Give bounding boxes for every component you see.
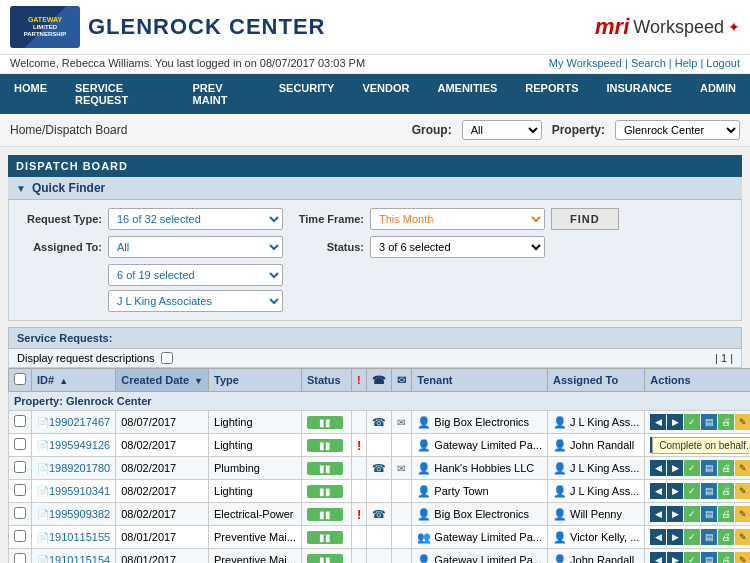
check-action-btn[interactable]: ✓ [684,460,700,476]
col-checkbox[interactable] [9,369,32,392]
prev-action-btn[interactable]: ◀ [650,552,666,563]
check-action-btn[interactable]: ✓ [684,529,700,545]
col-priority-header[interactable]: ! [351,369,366,392]
record-link[interactable]: 1910115154 [49,554,110,563]
col-id-header[interactable]: ID# ▲ [32,369,116,392]
nav-prev-maint[interactable]: PREV MAINT [179,74,265,114]
time-frame-select[interactable]: This Month [370,208,545,230]
edit-action-btn[interactable]: ✎ [735,552,750,563]
print-action-btn[interactable]: 🖨 [718,529,734,545]
next-action-btn[interactable]: ▶ [667,506,683,522]
record-link[interactable]: 1910115155 [49,531,110,543]
record-link[interactable]: 1995910341 [49,485,110,497]
nav-amenities[interactable]: AMENITIES [423,74,511,114]
col-date-header[interactable]: Created Date ▼ [116,369,209,392]
view-action-btn[interactable]: ▤ [701,529,717,545]
row-checkbox-cell[interactable] [9,411,32,434]
prev-action-btn[interactable]: ◀ [650,529,666,545]
logout-link[interactable]: Logout [706,57,740,69]
nav-home[interactable]: HOME [0,74,61,114]
prev-action-btn[interactable]: ◀ [650,414,666,430]
col-tenant-header[interactable]: Tenant [412,369,548,392]
my-workspeed-link[interactable]: My Workspeed [549,57,622,69]
next-action-btn[interactable]: ▶ [667,552,683,563]
edit-action-btn[interactable]: ✎ [735,483,750,499]
row-checkbox[interactable] [14,484,26,496]
assigned-to-row: Assigned To: All Status: 3 of 6 selected [17,236,733,258]
col-phone-header[interactable]: ☎ [367,369,392,392]
record-link[interactable]: 1990217467 [49,416,110,428]
next-action-btn[interactable]: ▶ [667,414,683,430]
row-checkbox-cell[interactable] [9,503,32,526]
status-select[interactable]: 3 of 6 selected [370,236,545,258]
row-checkbox-cell[interactable] [9,526,32,549]
nav-security[interactable]: SECURITY [265,74,349,114]
display-descriptions-checkbox[interactable] [161,352,173,364]
col-envelope-header[interactable]: ✉ [392,369,412,392]
next-action-btn[interactable]: ▶ [667,460,683,476]
record-link[interactable]: 1989201780 [49,462,110,474]
row-checkbox[interactable] [14,461,26,473]
row-checkbox[interactable] [14,507,26,519]
search-link[interactable]: Search [631,57,666,69]
select-all-checkbox[interactable] [14,373,26,385]
row-checkbox[interactable] [14,438,26,450]
nav-service-request[interactable]: SERVICE REQUEST [61,74,179,114]
prev-action-btn[interactable]: ◀ [650,506,666,522]
view-action-btn[interactable]: ▤ [701,506,717,522]
view-action-btn[interactable]: ▤ [701,552,717,563]
sub-select-1[interactable]: 6 of 19 selected [108,264,283,286]
next-action-btn[interactable]: ▶ [667,483,683,499]
row-checkbox[interactable] [14,530,26,542]
print-action-btn[interactable]: 🖨 [718,506,734,522]
view-action-btn[interactable]: ▤ [701,414,717,430]
record-link[interactable]: 1995949126 [49,439,110,451]
row-checkbox[interactable] [14,415,26,427]
edit-action-btn[interactable]: ✎ [735,460,750,476]
row-checkbox-cell[interactable] [9,434,32,457]
prev-action-btn[interactable]: ◀ [650,483,666,499]
edit-action-btn[interactable]: ✎ [735,414,750,430]
row-checkbox-cell[interactable] [9,457,32,480]
check-action-btn[interactable]: ✓ [684,506,700,522]
record-date-cell: 08/07/2017 [116,411,209,434]
record-link[interactable]: 1995909382 [49,508,110,520]
row-checkbox-cell[interactable] [9,549,32,564]
row-checkbox[interactable] [14,553,26,563]
sub-select-2[interactable]: J L King Associates [108,290,283,312]
find-button[interactable]: FIND [551,208,619,230]
request-type-select[interactable]: 16 of 32 selected [108,208,283,230]
prev-action-btn[interactable]: ◀ [650,460,666,476]
help-link[interactable]: Help [675,57,698,69]
view-action-btn[interactable]: ▤ [701,460,717,476]
edit-action-btn[interactable]: ✎ [735,506,750,522]
quick-finder-header[interactable]: ▼ Quick Finder [8,177,742,200]
check-action-btn[interactable]: ✓ [684,483,700,499]
envelope-icon: ✉ [397,417,405,428]
nav-insurance[interactable]: INSURANCE [593,74,686,114]
nav-reports[interactable]: REPORTS [511,74,592,114]
check-action-btn[interactable]: ✓ [684,414,700,430]
view-action-btn[interactable]: ▤ [701,483,717,499]
check-action-btn[interactable]: ✓ [684,552,700,563]
print-action-btn[interactable]: 🖨 [718,460,734,476]
action-buttons: ◀ ▶ ✓▤🖨 ✎ ✕ [650,460,750,476]
print-action-btn[interactable]: 🖨 [718,483,734,499]
nav-admin[interactable]: ADMIN [686,74,750,114]
gateway-logo: GATEWAY LIMITED PARTNERSHIP [10,6,80,48]
row-checkbox-cell[interactable] [9,480,32,503]
next-action-btn[interactable]: ▶ [667,529,683,545]
property-select[interactable]: Glenrock Center [615,120,740,140]
col-type-header[interactable]: Type [209,369,302,392]
display-left: Display request descriptions [17,352,173,364]
assigned-to-select[interactable]: All [108,236,283,258]
edit-action-btn[interactable]: ✎ [735,529,750,545]
nav-vendor[interactable]: VENDOR [348,74,423,114]
record-status-cell: ▮▮ [301,503,351,526]
col-assigned-header[interactable]: Assigned To [547,369,644,392]
col-status-header[interactable]: Status [301,369,351,392]
print-action-btn[interactable]: 🖨 [718,552,734,563]
record-priority-cell [351,411,366,434]
print-action-btn[interactable]: 🖨 [718,414,734,430]
group-select[interactable]: All [462,120,542,140]
